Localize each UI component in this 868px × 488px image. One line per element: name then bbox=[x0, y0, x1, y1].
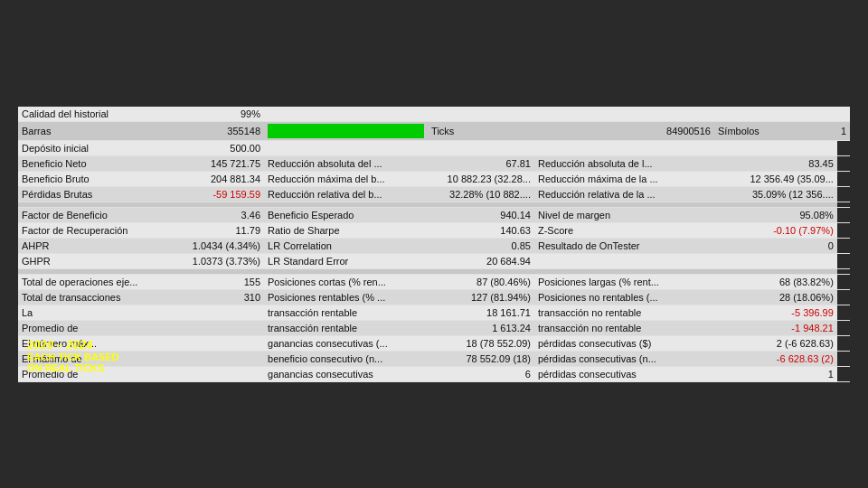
col5-label: Reducción relativa de la ... bbox=[534, 186, 714, 202]
col3-value: 127 (81.94%) bbox=[428, 289, 534, 305]
col1-label: AHPR bbox=[18, 238, 165, 253]
col1-label: Total de operaciones eje... bbox=[18, 274, 165, 289]
col1-value: 155 bbox=[165, 274, 264, 289]
col5-label: transacción no rentable bbox=[534, 320, 714, 335]
col5-label: Nivel de margen bbox=[534, 207, 714, 222]
col3-label: transacción rentable bbox=[264, 305, 428, 320]
col3-value: 67.81 bbox=[428, 155, 534, 171]
col5-value bbox=[714, 140, 837, 155]
row-label: Calidad del historial bbox=[18, 107, 165, 122]
col3-value: 0.85 bbox=[428, 238, 534, 253]
col5-label: Posiciones no rentables (... bbox=[534, 289, 714, 305]
col1-label: Factor de Beneficio bbox=[18, 207, 165, 222]
col3-value: 940.14 bbox=[428, 207, 534, 222]
barras-label: Barras bbox=[18, 121, 165, 140]
watermark-line3: ON REAL TICKS bbox=[27, 362, 118, 373]
col3-label: ganancias consecutivas (... bbox=[264, 335, 428, 351]
col1-value bbox=[165, 305, 264, 320]
barras-value: 355148 bbox=[165, 121, 264, 140]
col3-label: Beneficio Esperado bbox=[264, 207, 428, 222]
col1-value: 1.0373 (3.73%) bbox=[165, 253, 264, 268]
col3-label: Reducción relativa del b... bbox=[264, 186, 428, 202]
col5-label: transacción no rentable bbox=[534, 305, 714, 320]
col5-value: 83.45 bbox=[714, 155, 837, 171]
col3-label: Posiciones cortas (% ren... bbox=[264, 274, 428, 289]
col1-value: 310 bbox=[165, 289, 264, 305]
col1-label: Promedio de bbox=[18, 320, 165, 335]
col3-value: 20 684.94 bbox=[428, 253, 534, 268]
col5-label: Resultado de OnTester bbox=[534, 238, 714, 253]
row-value: 99% bbox=[165, 107, 264, 122]
col1-label: Depósito inicial bbox=[18, 140, 165, 155]
simbolos-label: Símbolos bbox=[714, 121, 837, 140]
col3-value: 6 bbox=[428, 366, 534, 381]
col5-value: 12 356.49 (35.09... bbox=[714, 171, 837, 186]
col1-label: GHPR bbox=[18, 253, 165, 268]
watermark-line2: EACH TICK BASED bbox=[27, 352, 118, 362]
stats-table: Calidad del historial 99% Barras 355148 … bbox=[18, 107, 850, 382]
green-bar-cell bbox=[264, 121, 428, 140]
col5-value: 68 (83.82%) bbox=[714, 274, 837, 289]
col3-label: Reducción absoluta del ... bbox=[264, 155, 428, 171]
col3-label: Ratio de Sharpe bbox=[264, 222, 428, 238]
col5-value: -0.10 (7.97%) bbox=[714, 222, 837, 238]
col3-label: Reducción máxima del b... bbox=[264, 171, 428, 186]
col1-label: Beneficio Bruto bbox=[18, 171, 165, 186]
col3-value: 1 613.24 bbox=[428, 320, 534, 335]
col5-label: Posiciones largas (% rent... bbox=[534, 274, 714, 289]
simbolos-value: 1 bbox=[837, 121, 850, 140]
col1-value bbox=[165, 366, 264, 381]
col5-value: 0 bbox=[714, 238, 837, 253]
watermark-line1: 2020 – 2024 bbox=[27, 338, 118, 352]
col3-value: 140.63 bbox=[428, 222, 534, 238]
col3-label: LR Correlation bbox=[264, 238, 428, 253]
col5-label: pérdidas consecutivas ($) bbox=[534, 335, 714, 351]
col5-label: Z-Score bbox=[534, 222, 714, 238]
col1-value: 3.46 bbox=[165, 207, 264, 222]
col3-value: 78 552.09 (18) bbox=[428, 351, 534, 366]
col1-value: 11.79 bbox=[165, 222, 264, 238]
col1-label: Beneficio Neto bbox=[18, 155, 165, 171]
col1-value: -59 159.59 bbox=[165, 186, 264, 202]
col3-value: 32.28% (10 882.... bbox=[428, 186, 534, 202]
col1-label: Total de transacciones bbox=[18, 289, 165, 305]
col1-value bbox=[165, 335, 264, 351]
col5-label: pérdidas consecutivas bbox=[534, 366, 714, 381]
col5-label: Reducción absoluta de l... bbox=[534, 155, 714, 171]
col5-value: 35.09% (12 356.... bbox=[714, 186, 837, 202]
col5-label: Reducción máxima de la ... bbox=[534, 171, 714, 186]
col5-value bbox=[714, 253, 837, 268]
col5-value: 2 (-6 628.63) bbox=[714, 335, 837, 351]
col3-value bbox=[428, 140, 534, 155]
col1-value: 204 881.34 bbox=[165, 171, 264, 186]
col3-value: 18 161.71 bbox=[428, 305, 534, 320]
watermark: 2020 – 2024 EACH TICK BASED ON REAL TICK… bbox=[27, 338, 118, 373]
col1-label: Factor de Recuperación bbox=[18, 222, 165, 238]
col1-value: 145 721.75 bbox=[165, 155, 264, 171]
col3-label: ganancias consecutivas bbox=[264, 366, 428, 381]
col5-value: 1 bbox=[714, 366, 837, 381]
ticks-label: Ticks bbox=[428, 121, 534, 140]
col3-label: beneficio consecutivo (n... bbox=[264, 351, 428, 366]
col3-value: 87 (80.46%) bbox=[428, 274, 534, 289]
ticks-value: 84900516 bbox=[534, 121, 714, 140]
row-col3 bbox=[264, 107, 850, 122]
col1-value bbox=[165, 351, 264, 366]
col5-value: -6 628.63 (2) bbox=[714, 351, 837, 366]
col5-value: 28 (18.06%) bbox=[714, 289, 837, 305]
col5-value: -1 948.21 bbox=[714, 320, 837, 335]
col1-label: La bbox=[18, 305, 165, 320]
col5-value: 95.08% bbox=[714, 207, 837, 222]
col1-label: Pérdidas Brutas bbox=[18, 186, 165, 202]
col3-label bbox=[264, 140, 428, 155]
col3-label: Posiciones rentables (% ... bbox=[264, 289, 428, 305]
col5-label bbox=[534, 140, 714, 155]
col3-value: 18 (78 552.09) bbox=[428, 335, 534, 351]
col3-value: 10 882.23 (32.28... bbox=[428, 171, 534, 186]
col5-value: -5 396.99 bbox=[714, 305, 837, 320]
col3-label: transacción rentable bbox=[264, 320, 428, 335]
col3-label: LR Standard Error bbox=[264, 253, 428, 268]
col5-label bbox=[534, 253, 714, 268]
col1-value: 1.0434 (4.34%) bbox=[165, 238, 264, 253]
col1-value bbox=[165, 320, 264, 335]
